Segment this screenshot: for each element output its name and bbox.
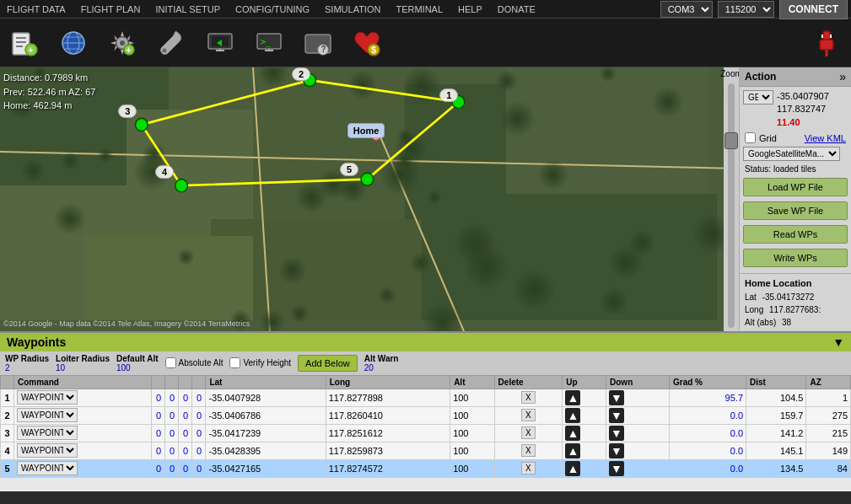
wp-p4-cell[interactable]: 0 [192, 442, 206, 459]
home-lat-value: -35.04173272 [762, 292, 815, 302]
baud-rate-select[interactable]: 115200 [718, 1, 774, 18]
menu-terminal[interactable]: TERMINAL [392, 3, 446, 16]
wp-down-button[interactable]: ▼ [609, 390, 624, 405]
wp-p2-cell[interactable]: 0 [165, 459, 179, 477]
save-wp-file-button[interactable]: Save WP File [743, 201, 848, 220]
connect-button[interactable]: CONNECT [779, 0, 848, 19]
wp-p3-cell[interactable]: 0 [179, 459, 192, 477]
wp-lat-cell: -35.0406786 [206, 406, 326, 424]
toolbar-simulation-icon[interactable] [202, 25, 238, 61]
read-wps-button[interactable]: Read WPs [743, 225, 848, 244]
wp-down-button[interactable]: ▼ [609, 426, 624, 441]
alt-warn-value[interactable]: 20 [364, 363, 399, 373]
toolbar-flight-data-icon[interactable]: + [7, 25, 42, 61]
view-kml-link[interactable]: View KML [805, 133, 846, 143]
wp-down-button[interactable]: ▼ [609, 408, 624, 423]
wp-down-cell: ▼ [606, 459, 670, 477]
add-below-button[interactable]: Add Below [298, 355, 358, 372]
wp-num-cell: 5 [1, 459, 14, 477]
wp-p3-cell[interactable]: 0 [179, 424, 192, 442]
home-lat-label: Lat [745, 292, 757, 302]
wp-delete-button[interactable]: X [521, 391, 536, 404]
wp-radius-value[interactable]: 2 [5, 363, 49, 373]
menu-flight-plan[interactable]: FLIGHT PLAN [78, 3, 144, 16]
menu-initial-setup[interactable]: INITIAL SETUP [152, 3, 224, 16]
menu-help[interactable]: HELP [455, 3, 486, 16]
com-area: COM3 115200 CONNECT [660, 0, 848, 19]
action-expand-icon[interactable]: » [839, 70, 846, 83]
wp-cmd-select[interactable]: WAYPOINT [17, 443, 78, 458]
wp-p4-cell[interactable]: 0 [192, 389, 206, 406]
default-alt-value[interactable]: 100 [116, 363, 159, 373]
menu-bar: FLIGHT DATA FLIGHT PLAN INITIAL SETUP CO… [0, 0, 851, 19]
wp-lon-cell: 117.8277898 [326, 389, 450, 406]
wp-up-button[interactable]: ▲ [565, 443, 580, 458]
table-row: 5 WAYPOINT 0 0 0 0 -35.0427165 117.82745… [1, 459, 851, 477]
map[interactable]: Distance: 0.7989 km Prev: 522.46 m AZ: 6… [0, 67, 739, 331]
wp-delete-button[interactable]: X [521, 409, 536, 421]
menu-config-tuning[interactable]: CONFIG/TUNING [232, 3, 313, 16]
write-wps-button[interactable]: Write WPs [743, 249, 848, 267]
wp-p3-cell[interactable]: 0 [179, 442, 192, 459]
wp-cmd-select[interactable]: WAYPOINT [17, 426, 78, 440]
wp-p1-cell[interactable]: 0 [152, 406, 165, 424]
wp-p1-cell[interactable]: 0 [152, 424, 165, 442]
loiter-radius-value[interactable]: 10 [56, 363, 110, 373]
wp-cmd-select[interactable]: WAYPOINT [17, 390, 78, 405]
toolbar-wrench-icon[interactable] [154, 25, 189, 61]
geo-select[interactable]: GEO [743, 90, 773, 105]
home-lat-row: Lat -35.04173272 [745, 291, 846, 303]
toolbar-globe-icon[interactable] [56, 25, 91, 61]
toolbar-donate-icon[interactable]: $ [349, 25, 385, 61]
menu-simulation[interactable]: SIMULATION [321, 3, 384, 16]
com-port-select[interactable]: COM3 [660, 1, 713, 18]
wp-num-cell: 2 [1, 406, 14, 424]
wp-up-button[interactable]: ▲ [565, 408, 580, 423]
wp-p2-cell[interactable]: 0 [165, 389, 179, 406]
zoom-bar[interactable]: Zoom [724, 67, 739, 331]
wp-down-button[interactable]: ▼ [609, 443, 624, 458]
wp-cmd-select[interactable]: WAYPOINT [17, 461, 78, 475]
wp-collapse-icon[interactable]: ▼ [832, 335, 844, 349]
wp-table-container[interactable]: Command Lat Long Alt Delete Up Down Grad… [0, 375, 851, 491]
wp-p4-cell[interactable]: 0 [192, 406, 206, 424]
toolbar-help-icon[interactable]: ? [300, 25, 336, 61]
grid-checkbox[interactable] [745, 132, 756, 143]
wp-cmd-select[interactable]: WAYPOINT [17, 408, 78, 422]
wp-delete-button[interactable]: X [521, 462, 536, 475]
wp-p3-cell[interactable]: 0 [179, 406, 192, 424]
wp-up-button[interactable]: ▲ [565, 390, 580, 405]
wp-p2-cell[interactable]: 0 [165, 406, 179, 424]
toolbar-terminal-icon[interactable]: >_ [251, 25, 287, 61]
absolute-alt-checkbox[interactable] [165, 357, 176, 368]
wp-p2-cell[interactable]: 0 [165, 424, 179, 442]
wp-p1-cell[interactable]: 0 [152, 459, 165, 477]
wp-p1-cell[interactable]: 0 [152, 442, 165, 459]
svg-point-15 [163, 48, 167, 52]
wp-grad-cell: 0.0 [669, 459, 746, 477]
menu-flight-data[interactable]: FLIGHT DATA [3, 3, 69, 16]
col-lat: Lat [206, 375, 326, 389]
wp-p4-cell[interactable]: 0 [192, 459, 206, 477]
zoom-slider-thumb[interactable] [724, 132, 738, 149]
wp-up-button[interactable]: ▲ [565, 461, 580, 476]
wp-p3-cell[interactable]: 0 [179, 389, 192, 406]
wp-down-button[interactable]: ▼ [609, 461, 624, 476]
load-wp-file-button[interactable]: Load WP File [743, 178, 848, 196]
toolbar-connect-icon[interactable] [809, 25, 844, 61]
wp-up-cell: ▲ [563, 389, 606, 406]
map-type-select[interactable]: GoogleSatelliteMa... [743, 147, 840, 161]
wp-p2-cell[interactable]: 0 [165, 442, 179, 459]
map-info-overlay: Distance: 0.7989 km Prev: 522.46 m AZ: 6… [3, 71, 95, 113]
wp-az-cell: 275 [806, 406, 851, 424]
wp-grad-cell: 0.0 [669, 442, 746, 459]
wp-up-button[interactable]: ▲ [565, 426, 580, 441]
wp-delete-button[interactable]: X [521, 444, 536, 457]
wp-delete-button[interactable]: X [521, 426, 536, 439]
menu-donate[interactable]: DONATE [494, 3, 539, 16]
wp-p1-cell[interactable]: 0 [152, 389, 165, 406]
toolbar-config-icon[interactable]: + [105, 25, 140, 61]
zoom-slider-track[interactable] [728, 83, 735, 328]
wp-p4-cell[interactable]: 0 [192, 424, 206, 442]
verify-height-checkbox[interactable] [229, 357, 240, 368]
